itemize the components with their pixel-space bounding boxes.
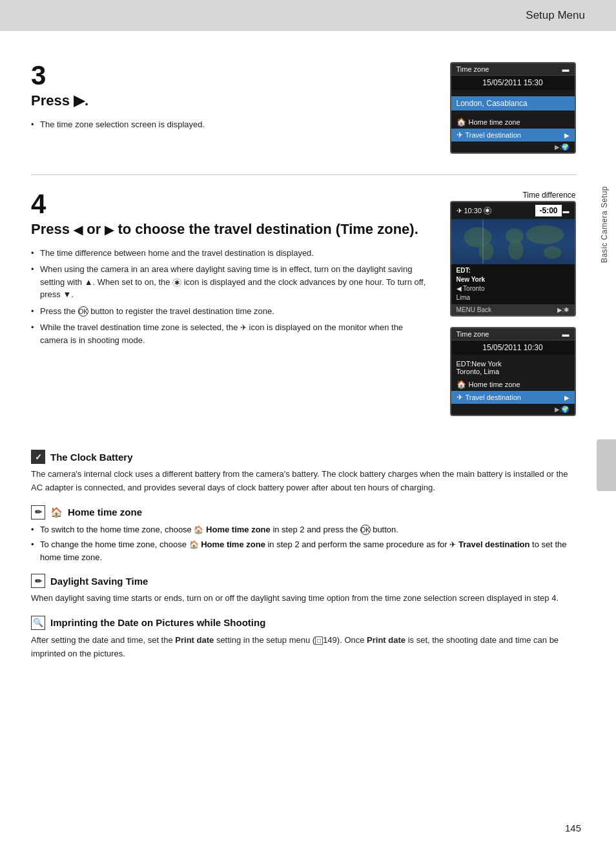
- ok-icon-2: OK: [360, 525, 371, 535]
- csm-toronto: ◀ Toronto: [457, 284, 570, 293]
- step4-bullet1: The time difference between home and the…: [31, 247, 433, 260]
- note-imprint-heading: Imprinting the Date on Pictures while Sh…: [50, 617, 265, 628]
- svg-point-4: [508, 240, 524, 260]
- note-clock-title: ✓ The Clock Battery: [31, 450, 577, 464]
- step3-right: Time zone ▬ 15/05/2011 15:30 London, Cas…: [448, 62, 577, 159]
- note-clock-heading: The Clock Battery: [50, 452, 133, 463]
- step4-tri-left: ◀: [74, 224, 83, 236]
- cs1-menu1-label: Home time zone: [469, 118, 520, 126]
- note-daylight-heading: Daylight Saving Time: [50, 576, 148, 587]
- csm-time-area: ✈ 10:30 ✱: [457, 207, 492, 215]
- step3-section: 3 Press ▶. The time zone selection scree…: [31, 47, 577, 175]
- cs1-footer-icon: ▶:🌍: [555, 143, 570, 151]
- cs2-menu1-label: Home time zone: [469, 381, 520, 388]
- cs2-header-label: Time zone: [457, 330, 489, 338]
- step4-right: Time difference ✈ 10:30 ✱ -5:00 ▬: [448, 191, 577, 421]
- cs2-menu1: 🏠 Home time zone: [451, 378, 575, 391]
- cs1-menu1: 🏠 Home time zone: [451, 116, 575, 129]
- cs1-menu2: ✈ Travel destination ▶: [451, 129, 575, 142]
- csm-time: 10:30: [464, 207, 482, 215]
- cs1-header: Time zone ▬: [451, 63, 575, 76]
- cs2-header-icon: ▬: [562, 330, 570, 338]
- note-clock-body: The camera's internal clock uses a diffe…: [31, 468, 577, 495]
- note-home-pencil-icon: ✏: [31, 505, 45, 519]
- csm-edt: EDT:: [457, 266, 570, 275]
- note-home-heading: Home time zone: [68, 507, 142, 518]
- cs1-menu2-label: Travel destination: [466, 131, 521, 139]
- note-imprint-icon: 🔍: [31, 616, 45, 630]
- notes-section: ✓ The Clock Battery The camera's interna…: [31, 437, 577, 660]
- note-home-time: ✏ 🏠 Home time zone To switch to the home…: [31, 505, 577, 564]
- cs1-header-label: Time zone: [457, 65, 489, 73]
- csm-diff-area: -5:00 ▬: [535, 205, 569, 216]
- svg-point-6: [544, 246, 561, 259]
- note-home-bullets: To switch to the home time zone, choose …: [31, 523, 577, 564]
- csm-top: ✈ 10:30 ✱ -5:00 ▬: [451, 202, 575, 219]
- csm-map: [451, 219, 575, 264]
- csm-travel-icon: ✈: [457, 207, 462, 215]
- ok-icon: OK: [78, 306, 88, 317]
- cs2-footer: ▶:🌍: [451, 404, 575, 415]
- print-date-bold1: Print date: [175, 635, 214, 645]
- step3-arrow-right: ▶: [74, 92, 85, 109]
- note-home-bullet1: To switch to the home time zone, choose …: [31, 523, 577, 536]
- csm-nav: MENU Back ▶:✱: [451, 304, 575, 315]
- step4-left: 4 Press ◀ or ▶ to choose the travel dest…: [31, 191, 433, 421]
- time-diff-label: Time difference: [522, 191, 575, 200]
- camera-screen-2: Time zone ▬ 15/05/2011 10:30 EDT:New Yor…: [450, 327, 576, 416]
- note-daylight-pencil-icon: ✏: [31, 574, 45, 588]
- note-daylight: ✏ Daylight Saving Time When daylight sav…: [31, 574, 577, 605]
- header: Setup Menu: [0, 0, 616, 31]
- cs2-datetime: 15/05/2011 10:30: [451, 341, 575, 355]
- note-imprint: 🔍 Imprinting the Date on Pictures while …: [31, 616, 577, 661]
- sidebar-label-text: Basic Camera Setup: [600, 186, 609, 263]
- svg-point-2: [478, 242, 494, 260]
- time-diff-area: Time difference: [450, 191, 576, 200]
- step4-bullets: The time difference between home and the…: [31, 247, 433, 347]
- step3-bullets: The time zone selection screen is displa…: [31, 118, 433, 131]
- cs2-loc2: Toronto, Lima: [457, 368, 570, 375]
- step3-left: 3 Press ▶. The time zone selection scree…: [31, 62, 433, 159]
- content: 3 Press ▶. The time zone selection scree…: [0, 31, 616, 686]
- step4-or: or: [87, 221, 105, 237]
- cs2-menu2-label: Travel destination: [466, 393, 521, 401]
- step3-title: Press ▶.: [31, 92, 433, 110]
- note-imprint-title: 🔍 Imprinting the Date on Pictures while …: [31, 616, 577, 630]
- cs2-location1: EDT:New York Toronto, Lima: [451, 357, 575, 378]
- step4-bullet2: When using the camera in an area where d…: [31, 263, 433, 301]
- camera-screen-map: ✈ 10:30 ✱ -5:00 ▬: [450, 201, 576, 317]
- csm-nav-icon: ▶:✱: [557, 306, 570, 313]
- step3-number: 3: [31, 62, 433, 89]
- cs2-header: Time zone ▬: [451, 328, 575, 341]
- csm-lima: Lima: [457, 293, 570, 302]
- note-imprint-body: After setting the date and time, set the…: [31, 634, 577, 661]
- csm-diff: -5:00: [535, 205, 561, 216]
- step4-number: 4: [31, 191, 433, 218]
- cs1-header-icon: ▬: [562, 65, 570, 73]
- cs2-menu2: ✈ Travel destination ▶: [451, 391, 575, 404]
- screen2-wrapper: Time zone ▬ 15/05/2011 10:30 EDT:New Yor…: [450, 327, 576, 421]
- world-map-svg: [451, 219, 575, 264]
- cs1-footer: ▶:🌍: [451, 142, 575, 152]
- step4-bullet4: While the travel destination time zone i…: [31, 321, 433, 346]
- cs2-footer-icon: ▶:🌍: [555, 406, 570, 413]
- csm-sun-icon: ✱: [484, 207, 491, 215]
- step4-section: 4 Press ◀ or ▶ to choose the travel dest…: [31, 175, 577, 437]
- step4-title: Press ◀ or ▶ to choose the travel destin…: [31, 220, 433, 239]
- step4-tri-right: ▶: [105, 224, 114, 236]
- step3-bullet1: The time zone selection screen is displa…: [31, 118, 433, 131]
- note-home-title: ✏ 🏠 Home time zone: [31, 505, 577, 519]
- page: Setup Menu Basic Camera Setup 3 Press ▶.…: [0, 0, 616, 849]
- cs1-location: London, Casablanca: [451, 96, 575, 110]
- home-time-zone-bold: Home time zone: [206, 525, 271, 534]
- print-date-bold2: Print date: [367, 635, 406, 645]
- note-daylight-body: When daylight saving time starts or ends…: [31, 592, 577, 605]
- cs1-datetime: 15/05/2011 15:30: [451, 76, 575, 90]
- step4-bullet3: Press the OK button to register the trav…: [31, 305, 433, 318]
- step3-title-suffix: .: [85, 92, 88, 109]
- sidebar-label: Basic Camera Setup: [593, 31, 616, 419]
- note-home-bullet2: To change the home time zone, choose 🏠 H…: [31, 538, 577, 563]
- note-home-house-icon: 🏠: [50, 507, 63, 518]
- header-title: Setup Menu: [526, 9, 585, 22]
- step4-press: Press: [31, 221, 74, 237]
